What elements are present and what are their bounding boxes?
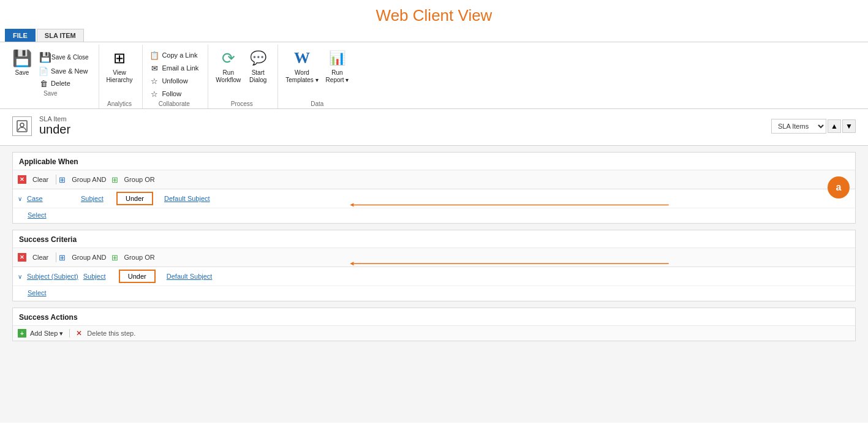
applicable-when-clear-button[interactable]: Clear xyxy=(28,174,53,185)
run-workflow-button[interactable]: ⟳ RunWorkflow xyxy=(213,47,243,85)
ribbon-group-save: 💾 Save 💾 Save & Close 📄 Save & New xyxy=(5,45,99,108)
success-criteria-clear-button[interactable]: Clear xyxy=(28,252,53,263)
success-actions-section: Success Actions + Add Step ▾ ✕ Delete th… xyxy=(12,308,856,341)
applicable-when-select-link[interactable]: Select xyxy=(28,211,47,219)
form-body: Applicable When ✕ Clear ⊞ Group AND ⊞ Gr… xyxy=(0,146,868,423)
save-new-button[interactable]: 📄 Save & New xyxy=(37,66,91,77)
applicable-when-header: Applicable When xyxy=(13,153,855,170)
applicable-when-select-row: Select xyxy=(13,208,855,223)
applicable-when-chevron[interactable]: ∨ xyxy=(18,195,22,202)
run-report-button[interactable]: 📊 RunReport ▾ xyxy=(323,47,352,85)
group-or-icon-1: ⊞ xyxy=(111,175,118,184)
applicable-when-clear-icon: ✕ xyxy=(18,175,26,184)
view-hierarchy-button[interactable]: ⊞ ViewHierarchy xyxy=(104,47,135,85)
applicable-when-field[interactable]: Case xyxy=(27,195,76,202)
record-header: SLA Item under SLA Items ▲ ▼ xyxy=(0,109,868,146)
applicable-when-group-or-button[interactable]: Group OR xyxy=(119,174,160,185)
copy-link-button[interactable]: 📋 Copy a Link xyxy=(148,50,199,61)
applicable-when-operator[interactable]: Subject xyxy=(81,195,111,202)
ribbon-group-collaborate: 📋 Copy a Link ✉ Email a Link ☆ Unfollow … xyxy=(143,45,208,108)
page-title: Web Client View xyxy=(0,0,868,29)
applicable-when-group-and-button[interactable]: Group AND xyxy=(67,174,111,185)
delete-step-icon: ✕ xyxy=(76,329,82,338)
word-templates-button[interactable]: W WordTemplates ▾ xyxy=(283,47,320,85)
nav-next-button[interactable]: ▼ xyxy=(842,119,856,133)
nav-prev-button[interactable]: ▲ xyxy=(828,119,841,133)
record-title: under xyxy=(39,123,70,137)
success-criteria-value-box[interactable]: Under xyxy=(119,270,156,283)
applicable-when-value-box[interactable]: Under xyxy=(116,192,153,205)
add-step-icon: + xyxy=(18,329,26,338)
save-button[interactable]: 💾 Save xyxy=(10,47,34,78)
group-and-icon-2: ⊞ xyxy=(59,253,66,262)
tab-sla-item[interactable]: SLA ITEM xyxy=(37,29,84,42)
applicable-when-section: Applicable When ✕ Clear ⊞ Group AND ⊞ Gr… xyxy=(12,152,856,224)
ribbon-group-process: ⟳ RunWorkflow 💬 StartDialog Process xyxy=(208,45,278,108)
delete-button[interactable]: 🗑 Delete xyxy=(37,78,91,89)
add-step-button[interactable]: Add Step ▾ xyxy=(30,330,63,338)
delete-step-button[interactable]: Delete this step. xyxy=(87,330,135,337)
success-criteria-header: Success Criteria xyxy=(13,230,855,248)
success-criteria-chevron[interactable]: ∨ xyxy=(18,273,22,280)
group-or-icon-2: ⊞ xyxy=(111,253,118,262)
follow-button[interactable]: ☆ Follow xyxy=(148,88,183,99)
applicable-when-default-link[interactable]: Default Subject xyxy=(164,195,210,202)
tab-file[interactable]: FILE xyxy=(5,29,36,42)
success-criteria-field[interactable]: Subject (Subject) xyxy=(27,273,78,280)
success-criteria-group-and-button[interactable]: Group AND xyxy=(67,252,111,263)
success-criteria-group-or-button[interactable]: Group OR xyxy=(119,252,160,263)
email-link-button[interactable]: ✉ Email a Link xyxy=(148,62,200,74)
success-criteria-select-row: Select xyxy=(13,286,855,301)
success-criteria-row-1: ∨ Subject (Subject) Subject Under Defaul… xyxy=(13,267,855,286)
unfollow-button[interactable]: ☆ Unfollow xyxy=(148,75,189,86)
success-criteria-select-link[interactable]: Select xyxy=(28,289,47,297)
group-and-icon-1: ⊞ xyxy=(59,175,66,184)
annotation-circle-a: a xyxy=(828,176,850,198)
nav-select[interactable]: SLA Items xyxy=(771,119,826,134)
save-close-button[interactable]: 💾 Save & Close xyxy=(37,50,91,64)
success-criteria-clear-icon: ✕ xyxy=(18,253,26,262)
svg-point-1 xyxy=(20,123,24,127)
record-icon xyxy=(12,116,32,136)
success-actions-header: Success Actions xyxy=(13,308,855,326)
ribbon-group-analytics: ⊞ ViewHierarchy Analytics xyxy=(99,45,143,108)
content-area: SLA Item under SLA Items ▲ ▼ Applicable … xyxy=(0,109,868,423)
start-dialog-button[interactable]: 💬 StartDialog xyxy=(246,47,270,85)
ribbon: FILE SLA ITEM 💾 Save 💾 Save & Close xyxy=(0,29,868,109)
success-criteria-section: Success Criteria ✕ Clear ⊞ Group AND ⊞ G… xyxy=(12,230,856,301)
ribbon-group-data: W WordTemplates ▾ 📊 RunReport ▾ Data xyxy=(278,45,358,108)
applicable-when-row-1: ∨ Case Subject Under Default Subject xyxy=(13,189,855,208)
success-criteria-operator[interactable]: Subject xyxy=(83,273,114,280)
success-criteria-default-link[interactable]: Default Subject xyxy=(167,273,213,280)
record-subtitle: SLA Item xyxy=(39,115,70,123)
